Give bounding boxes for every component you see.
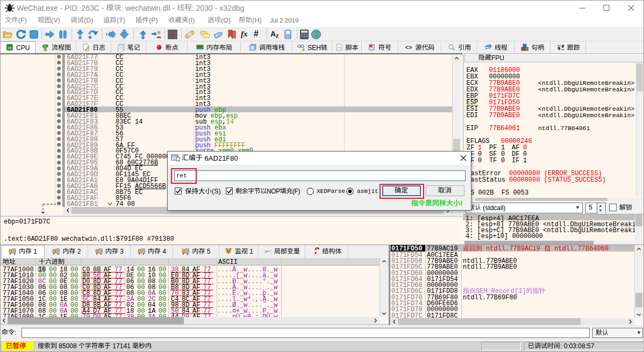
svg-text:32: 32 — [8, 46, 12, 49]
svg-text:<>: <> — [337, 46, 341, 50]
svg-text:<>: <> — [405, 45, 412, 51]
svg-text:[x=]: [x=] — [264, 249, 271, 254]
svg-text:S: S — [170, 31, 174, 39]
